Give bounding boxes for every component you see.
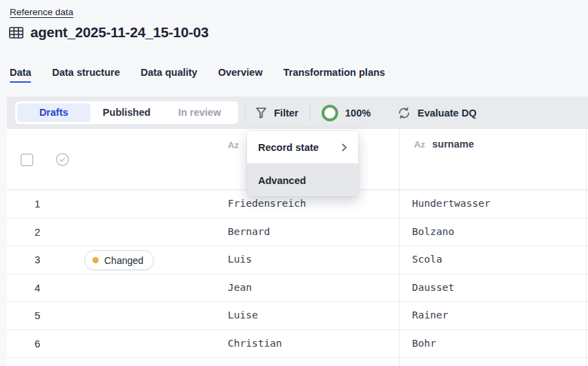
table-row[interactable]: 4 Jean Dausset: [7, 274, 588, 303]
record-state-segmented-control: Drafts Published In review: [15, 101, 238, 124]
table-row[interactable]: 6 Christian Bohr: [7, 330, 588, 358]
cell-surname[interactable]: Scola: [412, 254, 442, 265]
cell-name[interactable]: Bernard: [228, 226, 270, 237]
tab-data-structure[interactable]: Data structure: [52, 67, 119, 85]
dq-score-value: 100%: [345, 108, 371, 119]
table-row[interactable]: 3 Changed Luis Scola: [7, 246, 588, 274]
tab-transformation-plans[interactable]: Transformation plans: [283, 67, 384, 85]
menu-item-label: Record state: [258, 142, 319, 153]
row-number: 3: [35, 254, 40, 265]
segment-in-review[interactable]: In review: [163, 103, 236, 122]
column-header-surname[interactable]: Az surname: [414, 139, 474, 150]
cell-surname[interactable]: Dausset: [412, 282, 454, 293]
funnel-icon: [255, 107, 267, 119]
page-title: agent_2025-11-24_15-10-03: [30, 24, 208, 41]
table-grid-icon: [9, 27, 23, 39]
cell-name[interactable]: Friedensreich: [228, 198, 306, 209]
submenu-chevron-icon: [342, 143, 347, 152]
select-all-checkbox[interactable]: [21, 154, 33, 166]
menu-item-advanced[interactable]: Advanced: [247, 164, 358, 196]
cell-name[interactable]: Christian: [228, 338, 282, 349]
cell-name[interactable]: Luis: [228, 254, 252, 265]
toolbar: Drafts Published In review Filter 100%: [7, 96, 588, 129]
filter-label: Filter: [274, 108, 298, 119]
row-number: 4: [35, 282, 40, 294]
row-number: 1: [35, 198, 40, 210]
tab-data[interactable]: Data: [10, 67, 31, 85]
refresh-icon: [398, 107, 411, 119]
table-row[interactable]: 5 Luise Rainer: [7, 302, 588, 330]
column-type-icon-name: Az: [228, 140, 239, 150]
cell-name[interactable]: Jean: [228, 282, 252, 293]
row-number: 2: [35, 226, 40, 238]
evaluate-dq-label: Evaluate DQ: [418, 108, 476, 119]
title-row: agent_2025-11-24_15-10-03: [9, 24, 208, 41]
toolbar-separator: [245, 103, 246, 122]
cell-name[interactable]: Luise: [228, 309, 258, 321]
segment-drafts[interactable]: Drafts: [17, 103, 90, 122]
evaluate-dq-button[interactable]: Evaluate DQ: [398, 96, 476, 129]
dq-ring-icon: [322, 105, 338, 121]
record-state-badge: Changed: [84, 250, 154, 270]
filter-button[interactable]: Filter: [255, 96, 298, 129]
filter-context-menu: Record state Advanced: [247, 131, 358, 196]
row-number: 5: [35, 309, 40, 321]
table-row[interactable]: 2 Bernard Bolzano: [7, 218, 588, 247]
column-type-icon-surname: Az: [414, 139, 425, 150]
menu-item-label: Advanced: [258, 175, 306, 186]
segment-published[interactable]: Published: [90, 103, 164, 122]
changed-dot-icon: [92, 257, 99, 263]
tab-overview[interactable]: Overview: [218, 67, 263, 85]
menu-item-record-state[interactable]: Record state: [247, 131, 358, 163]
row-number: 6: [35, 338, 40, 349]
tab-data-quality[interactable]: Data quality: [141, 67, 197, 85]
dq-score[interactable]: 100%: [322, 96, 371, 129]
tab-bar: Data Data structure Data quality Overvie…: [10, 67, 385, 85]
record-state-circle-check-icon[interactable]: [55, 152, 70, 170]
column-label-surname: surname: [432, 139, 473, 150]
badge-label: Changed: [104, 255, 144, 266]
cell-surname[interactable]: Rainer: [412, 309, 448, 321]
toolbar-separator: [310, 103, 311, 122]
breadcrumb[interactable]: Reference data: [10, 7, 73, 17]
cell-surname[interactable]: Bohr: [412, 338, 436, 349]
cell-surname[interactable]: Bolzano: [412, 226, 454, 237]
cell-surname[interactable]: Hundertwasser: [412, 198, 491, 209]
app-screen: Reference data agent_2025-11-24_15-10-03…: [0, 0, 588, 366]
